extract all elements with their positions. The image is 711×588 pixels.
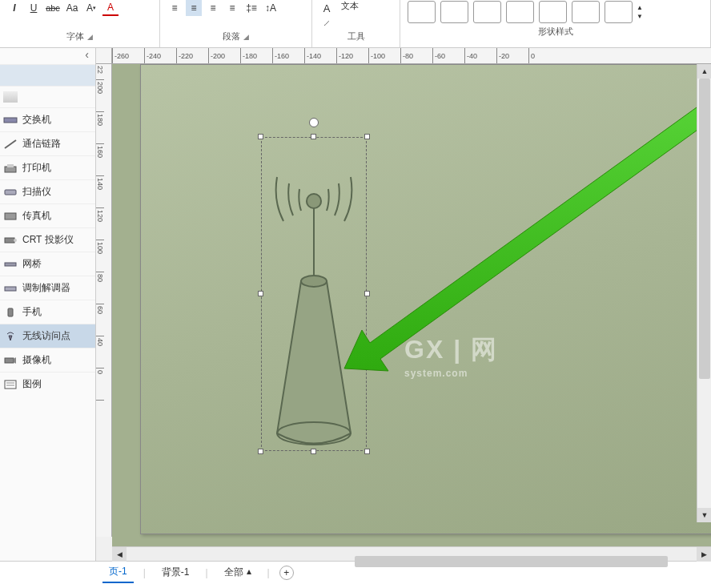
ribbon-bar: I U abc Aa A▾ A 字体◢ ≡ ≡ ≡ ≡ ‡≡ ↕A 段落◢ A … [0,0,711,48]
shape-style-6[interactable] [572,1,600,23]
resize-handle-tm[interactable] [311,134,316,139]
stencil-label: 打印机 [22,161,51,175]
ribbon-group-paragraph: ≡ ≡ ≡ ≡ ‡≡ ↕A 段落◢ [160,0,312,47]
stencil-label: 手机 [22,305,42,319]
stencil-item-phone[interactable]: 手机 [0,300,95,324]
svg-rect-8 [5,287,16,291]
stencil-item-wireless-ap[interactable]: 无线访问点 [0,324,95,348]
gallery-down-button[interactable]: ▼ [637,13,643,20]
font-size-button[interactable]: A▾ [83,0,99,16]
printer-icon [3,163,18,174]
stencil-item-modem[interactable]: 调制解调器 [0,276,95,300]
stencil-item-switch[interactable]: 交换机 [0,107,95,131]
tab-background-1[interactable]: 背景-1 [155,562,196,582]
font-case-button[interactable]: Aa [64,0,80,16]
svg-rect-1 [5,167,16,172]
stencil-item-camera[interactable]: 摄像机 [0,348,95,372]
resize-handle-bm[interactable] [311,449,316,454]
wireless-icon [3,331,18,342]
textbox-label: 文本 [341,0,359,16]
scroll-thumb-v[interactable] [699,79,710,379]
camera-icon [3,355,18,366]
drawing-page[interactable] [140,64,711,534]
tab-all[interactable]: 全部▴ [218,562,258,582]
main-area: ‹ 交换机 通信链路 打印机 扫描仪 传真机 CRT 投影仪 网桥 调制解调器 … [0,48,711,561]
line-spacing-button[interactable]: ‡≡ [243,0,259,16]
align-justify-button[interactable]: ≡ [224,0,240,16]
resize-handle-bl[interactable] [258,449,263,454]
font-color-button[interactable]: A [102,0,118,16]
stencil-item-blank2[interactable] [0,86,95,107]
stencil-list: 交换机 通信链路 打印机 扫描仪 传真机 CRT 投影仪 网桥 调制解调器 手机… [0,64,95,561]
resize-handle-ml[interactable] [258,291,263,296]
fax-icon [3,211,18,222]
tools-group-label: 工具 [347,30,365,42]
scroll-thumb-h[interactable] [355,556,669,567]
shapes-sidebar: ‹ 交换机 通信链路 打印机 扫描仪 传真机 CRT 投影仪 网桥 调制解调器 … [0,48,96,561]
strikethrough-button[interactable]: abc [45,0,61,16]
connector-button[interactable]: ⟋ [319,18,335,29]
modem-icon [3,283,18,294]
stencil-item-scanner[interactable]: 扫描仪 [0,179,95,203]
sidebar-collapse-button[interactable]: ‹ [0,48,95,64]
stencil-label: 通信链路 [22,137,61,151]
horizontal-scrollbar[interactable]: ◀ ▶ [112,546,711,561]
wireless-ap-shape[interactable] [261,137,367,451]
tab-page-1[interactable]: 页-1 [102,562,134,583]
scroll-left-button[interactable]: ◀ [112,547,127,562]
stencil-item-bridge[interactable]: 网桥 [0,252,95,276]
selection-box [261,137,367,451]
vertical-ruler[interactable]: 22 200 180 160 140 120 100 80 60 40 0 [96,64,112,537]
text-direction-button[interactable]: ↕A [263,0,279,16]
font-dialog-launcher[interactable]: ◢ [87,33,93,41]
stencil-item-comm-link[interactable]: 通信链路 [0,131,95,155]
shape-style-7[interactable] [605,1,633,23]
stencil-label: 交换机 [22,113,51,127]
svg-rect-7 [5,263,16,266]
svg-rect-5 [5,238,14,243]
projector-icon [3,235,18,246]
resize-handle-tl[interactable] [258,134,263,139]
paragraph-dialog-launcher[interactable]: ◢ [243,33,249,41]
paragraph-group-label: 段落 [223,30,240,42]
rotate-handle[interactable] [309,118,319,127]
scroll-right-button[interactable]: ▶ [697,547,711,562]
svg-rect-10 [5,358,14,363]
stencil-item-crt-projector[interactable]: CRT 投影仪 [0,228,95,252]
scroll-up-button[interactable]: ▲ [697,64,711,79]
stencil-item-blank1[interactable] [0,64,95,86]
vertical-scrollbar[interactable]: ▲ ▼ [697,64,711,522]
align-right-button[interactable]: ≡ [205,0,221,16]
shape-styles-gallery[interactable]: ▲ ▼ [407,0,704,24]
shape-style-2[interactable] [440,1,468,23]
stencil-item-legend[interactable]: 图例 [0,372,95,396]
resize-handle-tr[interactable] [364,134,370,139]
stencil-item-fax[interactable]: 传真机 [0,203,95,228]
scroll-track-v[interactable] [697,79,711,508]
textbox-button[interactable]: A [319,0,335,16]
italic-button[interactable]: I [6,0,22,16]
underline-button[interactable]: U [26,0,42,16]
resize-handle-br[interactable] [364,449,370,454]
phone-icon [3,307,18,318]
align-left-button[interactable]: ≡ [167,0,183,16]
shape-style-5[interactable] [539,1,567,23]
horizontal-ruler[interactable]: -260 -240 -220 -200 -180 -160 -140 -120 … [112,48,711,64]
stencil-label: 网桥 [22,257,42,271]
ribbon-group-font: I U abc Aa A▾ A 字体◢ [0,0,160,47]
shape-style-3[interactable] [473,1,501,23]
gallery-up-button[interactable]: ▲ [637,4,643,11]
stencil-item-printer[interactable]: 打印机 [0,155,95,179]
canvas-area: -260 -240 -220 -200 -180 -160 -140 -120 … [96,48,711,561]
shape-style-1[interactable] [408,1,436,23]
ribbon-group-tools: A 文本 ⟋ 工具 [312,0,400,47]
chevron-down-icon: ▴ [247,566,251,579]
align-center-button[interactable]: ≡ [186,0,202,16]
stencil-label: 无线访问点 [22,329,70,343]
resize-handle-mr[interactable] [364,291,370,296]
scroll-down-button[interactable]: ▼ [697,508,711,522]
add-page-button[interactable]: + [279,566,294,580]
shape-style-4[interactable] [506,1,534,23]
legend-icon [3,379,18,390]
canvas-viewport[interactable]: GX | 网 system.com [112,64,711,546]
